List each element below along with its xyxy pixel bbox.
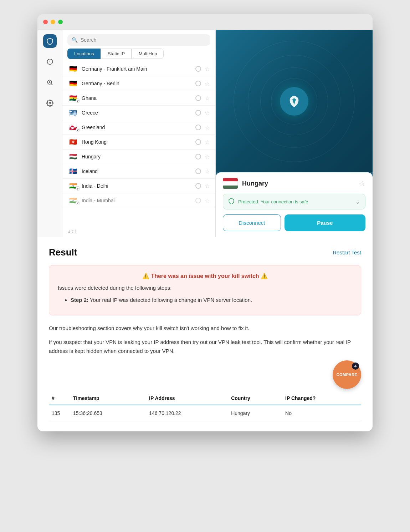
vpn-location-row: Hungary ☆ bbox=[223, 178, 365, 189]
star-in-mumbai[interactable]: ☆ bbox=[205, 197, 210, 204]
flag-stripe-red bbox=[223, 178, 238, 181]
radio-gh[interactable] bbox=[195, 95, 201, 101]
list-item[interactable]: 🇮🇳v India - Delhi ☆ bbox=[62, 179, 215, 193]
star-de-frankfurt[interactable]: ☆ bbox=[205, 66, 210, 72]
star-de-berlin[interactable]: ☆ bbox=[205, 80, 210, 87]
chevron-down-icon[interactable]: ⌄ bbox=[355, 198, 360, 205]
sidebar-icon-search-location[interactable] bbox=[43, 76, 57, 89]
flag-in-mumbai: 🇮🇳v bbox=[68, 197, 78, 204]
tab-locations[interactable]: Locations bbox=[67, 49, 101, 59]
result-section: Result Restart Test ⚠️ There was an issu… bbox=[37, 237, 373, 431]
radio-de-frankfurt[interactable] bbox=[195, 66, 201, 72]
server-name-gh: Ghana bbox=[82, 95, 192, 101]
server-actions: ☆ bbox=[195, 124, 210, 131]
server-actions: ☆ bbox=[195, 66, 210, 72]
list-item[interactable]: 🇭🇺 Hungary ☆ bbox=[62, 150, 215, 164]
server-actions: ☆ bbox=[195, 95, 210, 102]
col-header-changed: IP Changed? bbox=[282, 392, 361, 405]
star-is[interactable]: ☆ bbox=[205, 168, 210, 175]
server-name-de-berlin: Germany - Berlin bbox=[82, 81, 192, 86]
col-header-num: # bbox=[49, 392, 70, 405]
server-actions: ☆ bbox=[195, 110, 210, 116]
server-panel: 🔍 Locations Static IP MultiHop 🇩 bbox=[62, 30, 216, 237]
flag-gl: 🇬🇱v bbox=[68, 124, 78, 131]
flag-stripe-green bbox=[223, 186, 238, 189]
star-hu[interactable]: ☆ bbox=[205, 153, 210, 160]
star-gr[interactable]: ☆ bbox=[205, 110, 210, 116]
table-row: 135 15:36:20.653 146.70.120.22 Hungary N… bbox=[49, 405, 361, 421]
cell-country: Hungary bbox=[228, 405, 282, 421]
shield-status-icon bbox=[228, 198, 235, 206]
server-actions: ☆ bbox=[195, 197, 210, 204]
disconnect-button[interactable]: Disconnect bbox=[223, 214, 281, 231]
server-name-in-delhi: India - Delhi bbox=[82, 183, 192, 189]
list-item[interactable]: 🇬🇱v Greenland ☆ bbox=[62, 120, 215, 135]
radio-hk[interactable] bbox=[195, 139, 201, 145]
server-actions: ☆ bbox=[195, 183, 210, 189]
close-button[interactable] bbox=[43, 20, 48, 24]
search-bar: 🔍 bbox=[62, 30, 215, 49]
list-item[interactable]: 🇬🇷 Greece ☆ bbox=[62, 106, 215, 120]
star-hk[interactable]: ☆ bbox=[205, 139, 210, 146]
minimize-button[interactable] bbox=[51, 20, 55, 24]
list-item[interactable]: 🇬🇭v Ghana ☆ bbox=[62, 91, 215, 106]
flag-hu: 🇭🇺 bbox=[68, 153, 78, 160]
radio-de-berlin[interactable] bbox=[195, 81, 201, 86]
server-actions: ☆ bbox=[195, 168, 210, 175]
search-input[interactable] bbox=[81, 37, 206, 43]
flag-is: 🇮🇸 bbox=[68, 168, 78, 175]
step-label: Step 2: bbox=[71, 297, 88, 303]
alert-intro: Issues were detected during the followin… bbox=[58, 284, 352, 292]
cell-ip: 146.70.120.22 bbox=[146, 405, 228, 421]
list-item[interactable]: 🇮🇸 Iceland ☆ bbox=[62, 164, 215, 179]
list-item[interactable]: 🇩🇪 Germany - Berlin ☆ bbox=[62, 76, 215, 91]
list-item[interactable]: 🇭🇰 Hong Kong ☆ bbox=[62, 135, 215, 150]
favorite-star-icon[interactable]: ☆ bbox=[359, 179, 365, 188]
list-item[interactable]: 🇩🇪 Germany - Frankfurt am Main ☆ bbox=[62, 62, 215, 76]
pause-button[interactable]: Pause bbox=[285, 214, 365, 231]
star-in-delhi[interactable]: ☆ bbox=[205, 183, 210, 189]
status-bar[interactable]: Protected. Your connection is safe ⌄ bbox=[223, 194, 365, 209]
star-gh[interactable]: ☆ bbox=[205, 95, 210, 102]
version-label: 4.7.1 bbox=[62, 227, 215, 237]
star-gl[interactable]: ☆ bbox=[205, 124, 210, 131]
sidebar-icon-settings[interactable] bbox=[43, 96, 57, 110]
sidebar-icon-shield[interactable] bbox=[43, 34, 57, 48]
hungary-flag bbox=[223, 178, 238, 189]
result-header: Result Restart Test bbox=[49, 247, 361, 258]
alert-step-item: Step 2: Your real IP was detected follow… bbox=[71, 296, 352, 304]
sidebar-icons bbox=[37, 30, 62, 237]
cell-changed: No bbox=[282, 405, 361, 421]
server-list[interactable]: 🇩🇪 Germany - Frankfurt am Main ☆ 🇩🇪 Germ… bbox=[62, 62, 215, 227]
compare-badge: 4 bbox=[352, 363, 359, 370]
result-title: Result bbox=[49, 247, 77, 258]
radio-gr[interactable] bbox=[195, 110, 201, 116]
radio-is[interactable] bbox=[195, 168, 201, 174]
compare-fab-container: 4 COMPARE bbox=[49, 360, 361, 389]
radio-in-delhi[interactable] bbox=[195, 183, 201, 189]
svg-point-2 bbox=[49, 102, 51, 104]
server-actions: ☆ bbox=[195, 80, 210, 87]
sidebar-icon-alert[interactable] bbox=[43, 55, 57, 69]
list-item[interactable]: 🇮🇳v India - Mumbai ☆ bbox=[62, 193, 215, 208]
flag-gr: 🇬🇷 bbox=[68, 109, 78, 116]
vpn-logo-circle bbox=[280, 87, 308, 116]
tab-static-ip[interactable]: Static IP bbox=[101, 49, 132, 59]
issue-body: Issues were detected during the followin… bbox=[58, 284, 352, 304]
server-name-gr: Greece bbox=[82, 110, 192, 116]
cell-timestamp: 15:36:20.653 bbox=[70, 405, 146, 421]
tab-multihop[interactable]: MultiHop bbox=[132, 49, 164, 59]
compare-label: COMPARE bbox=[337, 373, 358, 377]
radio-hu[interactable] bbox=[195, 154, 201, 159]
server-actions: ☆ bbox=[195, 139, 210, 146]
title-bar bbox=[37, 14, 373, 30]
restart-test-link[interactable]: Restart Test bbox=[333, 249, 361, 255]
radio-gl[interactable] bbox=[195, 125, 201, 130]
issue-title: ⚠️ There was an issue with your kill swi… bbox=[58, 273, 352, 279]
search-input-wrap[interactable]: 🔍 bbox=[67, 34, 210, 46]
radio-in-mumbai[interactable] bbox=[195, 198, 201, 203]
info-para-2: If you suspect that your VPN is leaking … bbox=[49, 338, 361, 356]
server-name-hk: Hong Kong bbox=[82, 139, 192, 145]
compare-button[interactable]: 4 COMPARE bbox=[333, 360, 361, 389]
maximize-button[interactable] bbox=[58, 20, 63, 24]
